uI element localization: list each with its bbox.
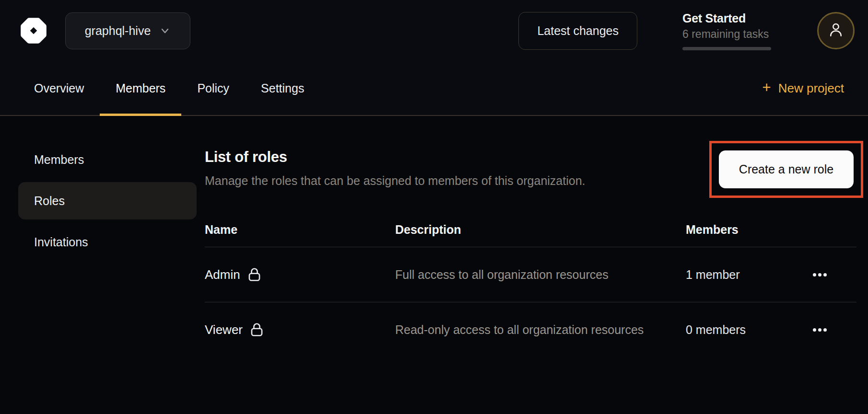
row-menu-button[interactable] <box>808 268 832 281</box>
tabs: Overview Members Policy Settings <box>18 61 320 115</box>
role-name-cell: Viewer <box>205 322 395 337</box>
role-name-cell: Admin <box>205 267 395 282</box>
lock-icon <box>248 267 261 282</box>
sidebar-item-members[interactable]: Members <box>18 141 197 178</box>
org-selector[interactable]: graphql-hive <box>65 12 190 49</box>
sidebar-item-roles[interactable]: Roles <box>18 182 197 219</box>
topbar: graphql-hive Latest changes Get Started … <box>0 0 868 61</box>
tab-policy[interactable]: Policy <box>181 61 245 115</box>
get-started-title: Get Started <box>682 12 771 25</box>
column-header-description: Description <box>395 223 686 237</box>
hive-logo[interactable] <box>18 15 49 46</box>
avatar[interactable] <box>817 12 855 49</box>
ellipsis-icon <box>813 328 816 332</box>
tab-settings[interactable]: Settings <box>245 61 320 115</box>
role-description: Full access to all organization resource… <box>395 264 645 285</box>
role-actions-cell <box>800 268 856 281</box>
topbar-right: Latest changes Get Started 6 remaining t… <box>518 12 855 50</box>
lock-icon <box>250 322 263 337</box>
latest-changes-button[interactable]: Latest changes <box>518 12 637 50</box>
chevron-down-icon <box>159 25 171 36</box>
create-role-button[interactable]: Create a new role <box>719 150 854 188</box>
tab-members[interactable]: Members <box>100 61 181 115</box>
org-name: graphql-hive <box>85 24 151 38</box>
column-header-members: Members <box>686 223 800 237</box>
get-started-progress-bar <box>682 47 771 50</box>
sidebar-item-invitations[interactable]: Invitations <box>18 223 197 261</box>
content: Members Roles Invitations List of roles … <box>0 116 868 413</box>
role-description: Read-only access to all organization res… <box>395 320 645 340</box>
org-tabbar: Overview Members Policy Settings + New p… <box>0 61 868 116</box>
roles-table-header: Name Description Members <box>205 212 856 247</box>
get-started-widget[interactable]: Get Started 6 remaining tasks <box>682 12 771 50</box>
role-member-count: 0 members <box>686 323 800 337</box>
ellipsis-icon <box>813 273 816 276</box>
page-title: List of roles <box>205 149 586 166</box>
tab-overview[interactable]: Overview <box>18 61 100 115</box>
role-name: Viewer <box>205 322 243 337</box>
page-subtitle: Manage the roles that can be assigned to… <box>205 173 586 188</box>
role-name: Admin <box>205 267 240 282</box>
plus-icon: + <box>762 80 771 95</box>
new-project-button[interactable]: + New project <box>762 61 844 115</box>
members-sidebar: Members Roles Invitations <box>0 116 197 413</box>
roles-header: List of roles Manage the roles that can … <box>205 149 856 198</box>
column-header-name: Name <box>205 223 395 237</box>
annotation-highlight-box: Create a new role <box>709 141 863 198</box>
user-icon <box>827 21 845 41</box>
get-started-subtitle: 6 remaining tasks <box>682 28 771 41</box>
roles-panel: List of roles Manage the roles that can … <box>197 116 868 413</box>
row-menu-button[interactable] <box>808 323 832 336</box>
role-actions-cell <box>800 323 856 336</box>
hive-logo-icon <box>18 15 49 46</box>
table-row-viewer: Viewer Read-only access to all organizat… <box>205 302 856 357</box>
role-member-count: 1 member <box>686 268 800 282</box>
table-row-admin: Admin Full access to all organization re… <box>205 247 856 302</box>
roles-table: Name Description Members Admin Full acc <box>205 212 856 357</box>
roles-header-text: List of roles Manage the roles that can … <box>205 149 586 188</box>
new-project-label: New project <box>778 81 844 96</box>
